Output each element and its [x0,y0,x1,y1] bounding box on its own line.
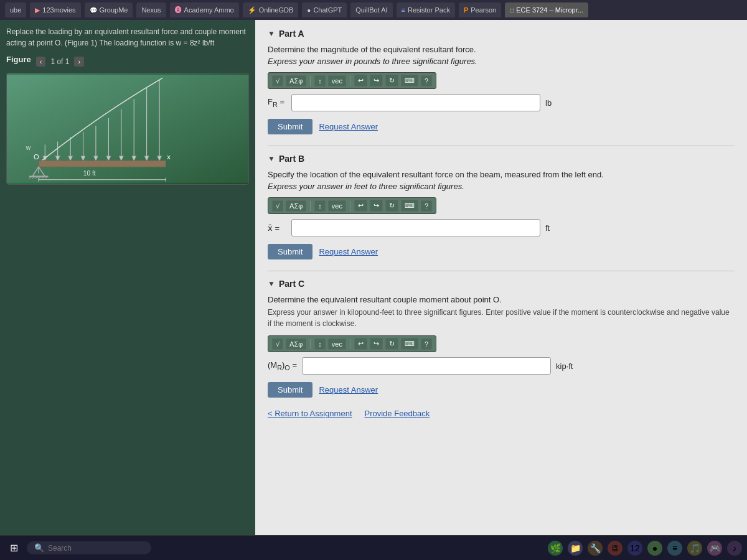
tab-academy-ammo[interactable]: 🅐 Academy Ammo [170,2,239,17]
figure-next-btn[interactable]: › [74,57,84,67]
search-bar[interactable]: 🔍 [27,541,151,554]
undo-btn-b[interactable]: ↩ [354,200,367,212]
part-a-input[interactable] [291,94,540,111]
toolbar-divider-c2 [350,339,350,349]
return-to-assignment-link[interactable]: < Return to Assignment [268,409,352,418]
vec-btn-b[interactable]: vec [328,200,346,212]
toolbar-divider-a [310,76,311,86]
help-btn-b[interactable]: ? [421,200,432,212]
tab-pearson[interactable]: P Pearson [459,2,501,17]
taskbar-notification-badge: 12 [627,541,642,556]
part-a-submit-btn[interactable]: Submit [268,119,312,134]
figure-area: O x w 10 ft [6,73,249,185]
search-input[interactable] [48,544,135,553]
help-btn-a[interactable]: ? [421,75,432,86]
keyboard-btn-a[interactable]: ⌨ [401,75,418,86]
tab-resistor[interactable]: ≡ Resistor Pack [397,2,455,17]
figure-nav: Figure ‹ 1 of 1 › [6,55,249,68]
tab-nexus[interactable]: Nexus [136,2,166,17]
part-a-request-btn[interactable]: Request Answer [319,119,378,134]
tab-chatgpt-label: ChatGPT [313,6,342,14]
part-a-toolbar: √ ΑΣφ ↕ vec ↩ ↪ ↻ ⌨ ? [268,72,436,89]
tab-nexus-label: Nexus [141,6,161,14]
sqrt-btn-b[interactable]: √ [272,200,283,212]
part-b-unit: ft [545,223,564,233]
redo-btn-c[interactable]: ↪ [370,338,383,350]
tab-123movies-label: 123movies [42,6,75,14]
part-c-instruction2: Express your answer in kilopound-feet to… [268,307,735,329]
part-c-toolbar: √ ΑΣφ ↕ vec ↩ ↪ ↻ ⌨ ? [268,335,436,352]
keyboard-btn-c[interactable]: ⌨ [401,338,418,350]
part-b-btn-row: Submit Request Answer [268,244,735,259]
tab-groupme[interactable]: 💬 GroupMe [85,2,133,17]
tab-pearson-label: Pearson [471,6,496,14]
keyboard-btn-b[interactable]: ⌨ [401,200,418,212]
part-b-request-btn[interactable]: Request Answer [319,244,378,259]
svg-text:O: O [34,153,39,161]
vec-btn-c[interactable]: vec [328,338,346,350]
part-c-label: (MR)O = [268,360,297,371]
taskbar-app-icon-6[interactable]: 🎵 [687,541,702,556]
toolbar-divider-b2 [350,201,350,211]
svg-text:x: x [167,153,171,161]
tab-quillbot[interactable]: QuillBot AI [350,2,392,17]
tab-ece3724[interactable]: □ ECE 3724 – Micropr... [505,2,588,17]
part-a-arrow-icon: ▼ [268,29,275,38]
sigma-btn-b[interactable]: ΑΣφ [286,200,306,212]
part-a-answer-row: FR = lb [268,94,735,111]
toolbar-divider-a2 [350,76,350,86]
taskbar-app-icon-2[interactable]: 📁 [568,541,583,556]
svg-rect-21 [39,161,166,167]
tab-123movies[interactable]: ▶ 123movies [30,2,80,17]
figure-prev-btn[interactable]: ‹ [36,57,46,67]
part-b-header[interactable]: ▼ Part B [268,154,735,164]
tab-chatgpt[interactable]: ● ChatGPT [302,2,347,17]
part-b-title: Part B [279,154,304,164]
part-a-header[interactable]: ▼ Part A [268,29,735,39]
taskbar-app-icon-7[interactable]: 🎮 [707,541,722,556]
taskbar-app-icon-8[interactable]: ♪ [727,541,742,556]
part-c-input[interactable] [302,357,551,375]
part-c-btn-row: Submit Request Answer [268,382,735,398]
part-c-request-btn[interactable]: Request Answer [319,382,378,398]
it-btn-c[interactable]: ↕ [314,338,326,350]
taskbar-app-icon-1[interactable]: 🌿 [548,541,563,556]
taskbar-app-icon-5[interactable]: ≡ [667,541,682,556]
part-c-submit-btn[interactable]: Submit [268,382,312,398]
main-content: Replace the loading by an equivalent res… [0,20,747,535]
taskbar-chrome-icon[interactable]: ● [647,541,662,556]
refresh-btn-a[interactable]: ↻ [385,75,398,86]
right-panel: ▼ Part A Determine the magnitude of the … [255,20,747,535]
undo-btn-a[interactable]: ↩ [354,75,367,86]
it-btn-b[interactable]: ↕ [314,200,326,212]
redo-btn-b[interactable]: ↪ [370,200,383,212]
help-btn-c[interactable]: ? [421,338,432,350]
part-b-submit-btn[interactable]: Submit [268,244,312,259]
part-b-arrow-icon: ▼ [268,154,275,163]
provide-feedback-link[interactable]: Provide Feedback [365,409,430,418]
redo-btn-a[interactable]: ↪ [370,75,383,86]
bottom-links: < Return to Assignment Provide Feedback [268,409,735,418]
divider-ab [268,146,735,146]
start-menu-btn[interactable]: ⊞ [5,539,23,556]
tab-groupme-label: GroupMe [100,6,128,14]
taskbar-app-icon-4[interactable]: 🖥 [608,541,622,556]
tab-onlinegdb[interactable]: ⚡ OnlineGDB [243,2,299,17]
refresh-btn-c[interactable]: ↻ [385,338,398,350]
undo-btn-c[interactable]: ↩ [354,338,367,350]
it-btn-a[interactable]: ↕ [314,75,326,86]
part-c-header[interactable]: ▼ Part C [268,279,735,289]
part-c-instruction1: Determine the equivalent resultant coupl… [268,295,735,304]
part-b-input[interactable] [291,219,540,236]
refresh-btn-b[interactable]: ↻ [385,200,398,212]
taskbar-app-icon-3[interactable]: 🔧 [588,541,603,556]
sqrt-btn-c[interactable]: √ [272,338,283,350]
tab-ube[interactable]: ube [5,2,26,17]
sqrt-btn-a[interactable]: √ [272,75,283,86]
tab-resistor-label: Resistor Pack [408,6,450,14]
sigma-btn-c[interactable]: ΑΣφ [286,338,306,350]
sigma-btn-a[interactable]: ΑΣφ [286,75,306,86]
part-b-toolbar: √ ΑΣφ ↕ vec ↩ ↪ ↻ ⌨ ? [268,197,436,214]
figure-label: Figure [6,55,31,64]
vec-btn-a[interactable]: vec [328,75,346,86]
